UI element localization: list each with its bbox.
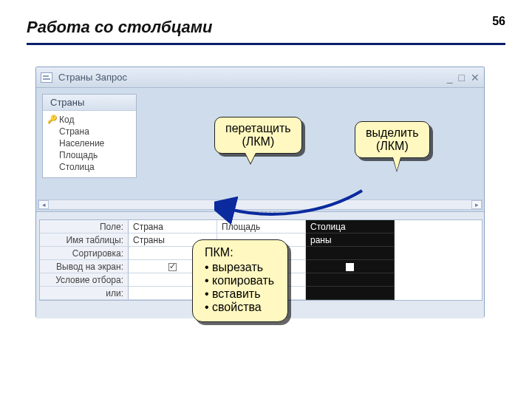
splitter-grip[interactable]: • • • • • • • • [238,210,282,214]
callout-title: ПКМ: [205,246,274,259]
callout-line: выделить [366,126,419,140]
row-label: Условие отбора: [40,273,129,287]
callout-drag: перетащить (ЛКМ) [214,117,302,154]
row-label: Вывод на экран: [40,260,129,273]
row-label: Имя таблицы: [40,233,129,247]
window-title: Страны Запрос [58,72,127,83]
callout-line: (ЛКМ) [366,140,419,153]
maximize-button[interactable]: □ [459,72,465,83]
row-label: Сортировка: [40,247,129,260]
callout-context-menu: ПКМ: вырезать копировать вставить свойст… [192,239,288,322]
field-item[interactable]: Страна [59,126,130,137]
checkbox-icon[interactable] [346,263,354,271]
callout-item: вставить [205,287,274,301]
callout-list: вырезать копировать вставить свойства [205,261,274,314]
field-item[interactable]: 🔑Код [59,114,130,126]
field-item[interactable]: Столица [59,161,130,173]
criteria-cell[interactable] [306,273,395,287]
horizontal-scrollbar[interactable]: ◂ ▸ [38,200,482,210]
callout-line: (ЛКМ) [225,135,291,149]
callout-line: перетащить [225,122,291,135]
scroll-left-button[interactable]: ◂ [38,200,49,209]
or-cell[interactable] [306,287,395,300]
field-item[interactable]: Население [59,137,130,149]
callout-select: выделить (ЛКМ) [355,121,430,158]
close-button[interactable]: ✕ [471,72,480,83]
title-divider [27,43,505,45]
grid-labels-column: Поле: Имя таблицы: Сортировка: Вывод на … [40,220,129,300]
callout-tail-icon [245,153,256,165]
slide-number: 56 [492,15,505,28]
field-item[interactable]: Площадь [59,149,130,161]
field-cell[interactable]: Столица [306,220,395,233]
window-controls: _ □ ✕ [447,72,480,83]
primary-key-icon: 🔑 [47,115,55,123]
minimize-button[interactable]: _ [447,72,453,83]
row-label: или: [40,287,129,300]
field-cell[interactable]: Площадь [217,220,306,233]
field-cell[interactable]: Страна [129,220,217,233]
callout-item: свойства [205,301,274,314]
grid-column-selected[interactable]: Столица раны [306,220,395,300]
row-label: Поле: [40,220,129,233]
callout-item: вырезать [205,261,274,274]
callout-item: копировать [205,274,274,287]
table-fields-box[interactable]: Страны 🔑Код Страна Население Площадь Сто… [42,94,137,178]
table-cell[interactable]: раны [306,233,395,247]
window-titlebar[interactable]: Страны Запрос _ □ ✕ [36,67,484,88]
callout-tail-icon [392,157,401,172]
field-list: 🔑Код Страна Население Площадь Столица [43,111,136,177]
scroll-right-button[interactable]: ▸ [471,200,482,209]
slide-title: Работа со столбцами [27,18,213,37]
table-header[interactable]: Страны [43,95,136,111]
document-icon [41,72,52,83]
show-cell[interactable] [306,260,395,273]
sort-cell[interactable] [306,247,395,260]
checkbox-icon[interactable] [168,263,177,271]
